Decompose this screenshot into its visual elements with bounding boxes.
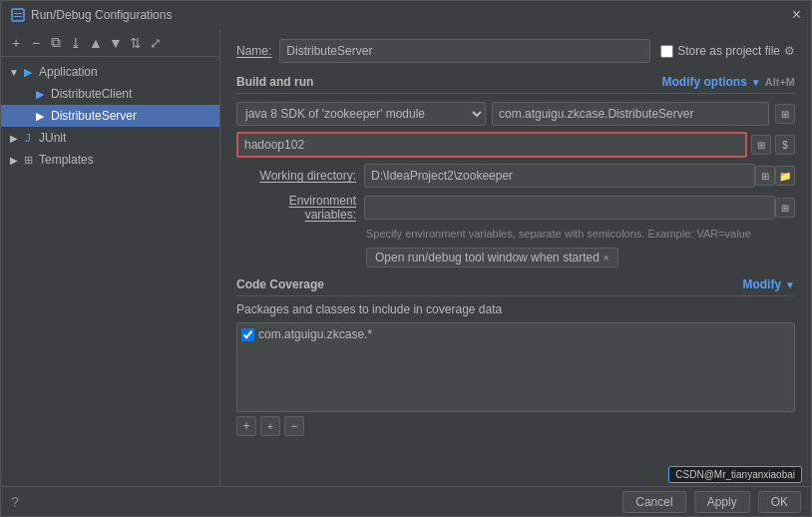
code-coverage-section: Code Coverage Modify ▼ Packages and clas… [236, 277, 795, 436]
env-vars-expand-button[interactable]: ⊞ [775, 198, 795, 218]
window-title: Run/Debug Configurations [31, 8, 172, 22]
tree-item-junit[interactable]: ▶ J JUnit [1, 127, 219, 149]
sdk-select[interactable]: java 8 SDK of 'zookeeper' module [236, 102, 486, 126]
add-package-button[interactable]: + [236, 416, 256, 436]
coverage-modify-dropdown-icon[interactable]: ▼ [785, 279, 795, 290]
modify-options-link[interactable]: Modify options [662, 75, 747, 89]
env-vars-row: Environment variables: ⊞ [236, 194, 795, 222]
open-tool-window-remove-button[interactable]: × [604, 253, 609, 263]
application-label: Application [39, 65, 98, 79]
distribute-client-icon: ▶ [33, 87, 47, 101]
coverage-list-item: com.atguigu.zkcase.* [241, 327, 790, 341]
move-down-button[interactable]: ▼ [107, 34, 125, 52]
build-run-section-header: Build and run Modify options ▼ Alt+M [236, 75, 795, 94]
title-bar-left: Run/Debug Configurations [11, 8, 172, 22]
save-configuration-button[interactable]: ⤓ [67, 34, 85, 52]
title-bar: Run/Debug Configurations × [1, 1, 811, 29]
coverage-actions: + + − [236, 416, 795, 436]
sdk-row: java 8 SDK of 'zookeeper' module ⊞ [236, 102, 795, 126]
working-dir-input[interactable] [364, 164, 755, 188]
modify-options-dropdown-icon[interactable]: ▼ [751, 77, 761, 88]
open-tool-window-tag: Open run/debug tool window when started … [366, 248, 618, 267]
application-icon: ▶ [21, 65, 35, 79]
program-args-value: hadoop102 [244, 138, 304, 152]
coverage-label: Code Coverage [236, 277, 324, 291]
templates-label: Templates [39, 153, 94, 167]
junit-icon: J [21, 131, 35, 145]
env-vars-hint: Specify environment variables, separate … [366, 228, 795, 240]
build-run-label: Build and run [236, 75, 313, 89]
distribute-client-label: DistributeClient [51, 87, 132, 101]
apply-button[interactable]: Apply [694, 491, 750, 513]
add-class-button[interactable]: + [260, 416, 280, 436]
coverage-modify-link[interactable]: Modify [742, 277, 781, 291]
store-as-project-label: Store as project file [677, 44, 780, 58]
right-panel: Name: Store as project file ⚙ Build and … [220, 29, 811, 486]
tree-item-templates[interactable]: ▶ ⊞ Templates [1, 149, 219, 171]
name-input[interactable] [279, 39, 650, 63]
cancel-button[interactable]: Cancel [622, 491, 685, 513]
form-area: Name: Store as project file ⚙ Build and … [220, 29, 811, 486]
close-button[interactable]: × [792, 6, 801, 24]
coverage-item-checkbox[interactable] [241, 328, 254, 341]
svg-rect-2 [14, 16, 22, 17]
share-button[interactable]: ⤢ [147, 34, 165, 52]
env-vars-label: Environment variables: [236, 194, 356, 222]
store-as-project-row: Store as project file ⚙ [660, 44, 795, 58]
main-content: + − ⧉ ⤓ ▲ ▼ ⇅ ⤢ ▼ ▶ Application ▶ Distri… [1, 29, 811, 486]
main-class-browse-button[interactable]: ⊞ [775, 104, 795, 124]
working-dir-browse-button[interactable]: 📁 [775, 166, 795, 186]
help-button[interactable]: ? [11, 494, 19, 510]
working-dir-copy-button[interactable]: ⊞ [755, 166, 775, 186]
move-up-button[interactable]: ▲ [87, 34, 105, 52]
run-debug-configurations-window: Run/Debug Configurations × + − ⧉ ⤓ ▲ ▼ ⇅… [0, 0, 812, 517]
ok-button[interactable]: OK [758, 491, 801, 513]
sort-button[interactable]: ⇅ [127, 34, 145, 52]
tag-row: Open run/debug tool window when started … [366, 248, 795, 267]
watermark-text: CSDN@Mr_tianyanxiaobai [675, 469, 795, 480]
store-as-project-settings-icon[interactable]: ⚙ [784, 44, 795, 58]
alt-m-shortcut: Alt+M [765, 76, 795, 88]
distribute-server-icon: ▶ [33, 109, 47, 123]
name-row: Name: Store as project file ⚙ [236, 39, 795, 63]
open-tool-window-label: Open run/debug tool window when started [375, 251, 600, 264]
junit-arrow: ▶ [7, 133, 21, 144]
tree-item-distribute-client[interactable]: ▶ DistributeClient [1, 83, 219, 105]
coverage-item-label: com.atguigu.zkcase.* [258, 327, 372, 341]
program-args-row: hadoop102 ⊞ $ [236, 132, 795, 158]
tree-item-distribute-server[interactable]: ▶ DistributeServer [1, 105, 219, 127]
left-panel: + − ⧉ ⤓ ▲ ▼ ⇅ ⤢ ▼ ▶ Application ▶ Distri… [1, 29, 220, 486]
tree-item-application[interactable]: ▼ ▶ Application [1, 61, 219, 83]
left-toolbar: + − ⧉ ⤓ ▲ ▼ ⇅ ⤢ [1, 29, 219, 57]
distribute-server-label: DistributeServer [51, 109, 137, 123]
bottom-buttons: Cancel Apply OK [622, 491, 801, 513]
svg-rect-0 [12, 9, 24, 21]
remove-coverage-button[interactable]: − [284, 416, 304, 436]
coverage-header: Code Coverage Modify ▼ [236, 277, 795, 296]
main-class-input[interactable] [492, 102, 769, 126]
coverage-desc: Packages and classes to include in cover… [236, 302, 795, 316]
coverage-list: com.atguigu.zkcase.* [236, 322, 795, 412]
remove-configuration-button[interactable]: − [27, 34, 45, 52]
program-args-macro-button[interactable]: $ [775, 135, 795, 155]
templates-arrow: ▶ [7, 155, 21, 166]
program-args-expand-button[interactable]: ⊞ [751, 135, 771, 155]
bottom-bar: ? Cancel Apply OK [1, 486, 811, 516]
program-args-input[interactable]: hadoop102 [236, 132, 747, 158]
watermark: CSDN@Mr_tianyanxiaobai [668, 466, 802, 483]
window-icon [11, 8, 25, 22]
copy-configuration-button[interactable]: ⧉ [47, 34, 65, 52]
application-arrow: ▼ [7, 67, 21, 78]
working-dir-row: Working directory: ⊞ 📁 [236, 164, 795, 188]
templates-icon: ⊞ [21, 153, 35, 167]
store-as-project-checkbox[interactable] [660, 45, 673, 58]
name-label: Name: [236, 44, 271, 58]
svg-rect-1 [14, 13, 22, 14]
working-dir-label: Working directory: [236, 169, 356, 183]
configuration-tree: ▼ ▶ Application ▶ DistributeClient ▶ Dis… [1, 57, 219, 486]
add-configuration-button[interactable]: + [7, 34, 25, 52]
env-vars-input[interactable] [364, 196, 775, 220]
junit-label: JUnit [39, 131, 66, 145]
